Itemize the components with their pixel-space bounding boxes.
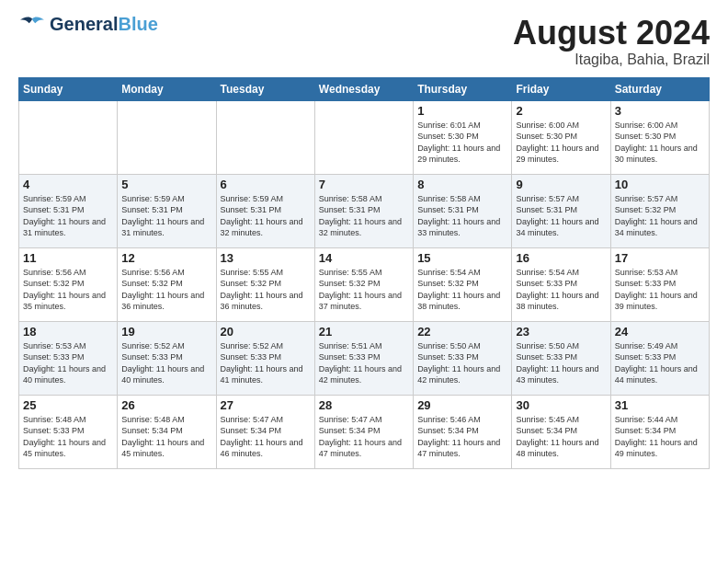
day-info: Sunrise: 6:00 AM Sunset: 5:30 PM Dayligh…	[516, 120, 606, 166]
day-info: Sunrise: 5:58 AM Sunset: 5:31 PM Dayligh…	[319, 193, 409, 239]
table-row: 10Sunrise: 5:57 AM Sunset: 5:32 PM Dayli…	[610, 174, 709, 247]
month-year-title: August 2024	[513, 15, 710, 52]
table-row	[19, 100, 118, 174]
day-number: 5	[121, 178, 211, 191]
table-row: 31Sunrise: 5:44 AM Sunset: 5:34 PM Dayli…	[610, 395, 709, 468]
day-info: Sunrise: 5:56 AM Sunset: 5:32 PM Dayligh…	[121, 267, 211, 313]
logo-general: General	[50, 14, 118, 34]
day-number: 23	[516, 325, 606, 339]
table-row: 25Sunrise: 5:48 AM Sunset: 5:33 PM Dayli…	[19, 395, 118, 468]
day-info: Sunrise: 5:44 AM Sunset: 5:34 PM Dayligh…	[615, 414, 705, 460]
col-tuesday: Tuesday	[216, 77, 314, 100]
day-info: Sunrise: 5:53 AM Sunset: 5:33 PM Dayligh…	[615, 267, 705, 313]
day-number: 2	[516, 104, 606, 118]
day-number: 3	[615, 104, 705, 118]
col-thursday: Thursday	[414, 77, 512, 100]
day-number: 12	[121, 251, 211, 265]
logo-text: GeneralBlue	[50, 15, 158, 33]
day-info: Sunrise: 5:56 AM Sunset: 5:32 PM Dayligh…	[23, 267, 113, 313]
day-info: Sunrise: 5:52 AM Sunset: 5:33 PM Dayligh…	[121, 340, 211, 386]
day-number: 4	[23, 178, 113, 191]
table-row: 27Sunrise: 5:47 AM Sunset: 5:34 PM Dayli…	[216, 395, 314, 468]
table-row: 20Sunrise: 5:52 AM Sunset: 5:33 PM Dayli…	[216, 321, 314, 395]
day-number: 14	[319, 251, 409, 265]
table-row: 6Sunrise: 5:59 AM Sunset: 5:31 PM Daylig…	[216, 174, 314, 247]
table-row: 17Sunrise: 5:53 AM Sunset: 5:33 PM Dayli…	[610, 247, 709, 321]
day-info: Sunrise: 5:45 AM Sunset: 5:34 PM Dayligh…	[516, 414, 606, 460]
header: GeneralBlue August 2024 Itagiba, Bahia, …	[18, 15, 710, 68]
day-number: 11	[23, 251, 113, 265]
day-info: Sunrise: 5:59 AM Sunset: 5:31 PM Dayligh…	[221, 193, 311, 239]
col-saturday: Saturday	[610, 77, 709, 100]
title-area: August 2024 Itagiba, Bahia, Brazil	[513, 15, 710, 68]
calendar-week-row: 25Sunrise: 5:48 AM Sunset: 5:33 PM Dayli…	[19, 395, 710, 468]
day-number: 9	[516, 178, 606, 191]
day-info: Sunrise: 5:50 AM Sunset: 5:33 PM Dayligh…	[516, 340, 606, 386]
table-row: 24Sunrise: 5:49 AM Sunset: 5:33 PM Dayli…	[610, 321, 709, 395]
table-row	[314, 100, 413, 174]
table-row: 28Sunrise: 5:47 AM Sunset: 5:34 PM Dayli…	[314, 395, 413, 468]
day-info: Sunrise: 5:47 AM Sunset: 5:34 PM Dayligh…	[221, 414, 311, 460]
day-number: 28	[319, 398, 409, 412]
day-info: Sunrise: 5:58 AM Sunset: 5:31 PM Dayligh…	[417, 193, 507, 239]
page: GeneralBlue August 2024 Itagiba, Bahia, …	[0, 0, 728, 563]
day-number: 26	[121, 398, 211, 412]
day-number: 25	[23, 398, 113, 412]
table-row: 9Sunrise: 5:57 AM Sunset: 5:31 PM Daylig…	[512, 174, 610, 247]
day-number: 16	[516, 251, 606, 265]
day-info: Sunrise: 5:59 AM Sunset: 5:31 PM Dayligh…	[23, 193, 113, 239]
day-number: 24	[615, 325, 705, 339]
table-row: 8Sunrise: 5:58 AM Sunset: 5:31 PM Daylig…	[414, 174, 512, 247]
day-info: Sunrise: 5:51 AM Sunset: 5:33 PM Dayligh…	[319, 340, 409, 386]
day-info: Sunrise: 6:01 AM Sunset: 5:30 PM Dayligh…	[417, 120, 507, 166]
logo-bird-icon	[18, 16, 46, 32]
day-number: 7	[319, 178, 409, 191]
day-number: 6	[221, 178, 311, 191]
table-row: 22Sunrise: 5:50 AM Sunset: 5:33 PM Dayli…	[414, 321, 512, 395]
table-row: 1Sunrise: 6:01 AM Sunset: 5:30 PM Daylig…	[414, 100, 512, 174]
table-row: 30Sunrise: 5:45 AM Sunset: 5:34 PM Dayli…	[512, 395, 610, 468]
calendar-week-row: 1Sunrise: 6:01 AM Sunset: 5:30 PM Daylig…	[19, 100, 710, 174]
col-monday: Monday	[118, 77, 216, 100]
table-row: 3Sunrise: 6:00 AM Sunset: 5:30 PM Daylig…	[610, 100, 709, 174]
table-row: 13Sunrise: 5:55 AM Sunset: 5:32 PM Dayli…	[216, 247, 314, 321]
table-row: 29Sunrise: 5:46 AM Sunset: 5:34 PM Dayli…	[414, 395, 512, 468]
day-number: 27	[221, 398, 311, 412]
table-row: 19Sunrise: 5:52 AM Sunset: 5:33 PM Dayli…	[118, 321, 216, 395]
calendar-table: Sunday Monday Tuesday Wednesday Thursday…	[18, 77, 710, 469]
col-wednesday: Wednesday	[314, 77, 413, 100]
day-number: 8	[417, 178, 507, 191]
day-number: 20	[221, 325, 311, 339]
day-number: 15	[417, 251, 507, 265]
calendar-week-row: 18Sunrise: 5:53 AM Sunset: 5:33 PM Dayli…	[19, 321, 710, 395]
table-row: 15Sunrise: 5:54 AM Sunset: 5:32 PM Dayli…	[414, 247, 512, 321]
day-number: 1	[417, 104, 507, 118]
day-info: Sunrise: 5:55 AM Sunset: 5:32 PM Dayligh…	[319, 267, 409, 313]
day-info: Sunrise: 5:48 AM Sunset: 5:34 PM Dayligh…	[121, 414, 211, 460]
col-sunday: Sunday	[19, 77, 118, 100]
table-row: 16Sunrise: 5:54 AM Sunset: 5:33 PM Dayli…	[512, 247, 610, 321]
table-row: 23Sunrise: 5:50 AM Sunset: 5:33 PM Dayli…	[512, 321, 610, 395]
day-info: Sunrise: 5:53 AM Sunset: 5:33 PM Dayligh…	[23, 340, 113, 386]
table-row: 5Sunrise: 5:59 AM Sunset: 5:31 PM Daylig…	[118, 174, 216, 247]
table-row: 21Sunrise: 5:51 AM Sunset: 5:33 PM Dayli…	[314, 321, 413, 395]
day-info: Sunrise: 5:57 AM Sunset: 5:32 PM Dayligh…	[615, 193, 705, 239]
day-number: 13	[221, 251, 311, 265]
day-number: 19	[121, 325, 211, 339]
day-number: 18	[23, 325, 113, 339]
day-info: Sunrise: 5:59 AM Sunset: 5:31 PM Dayligh…	[121, 193, 211, 239]
table-row: 2Sunrise: 6:00 AM Sunset: 5:30 PM Daylig…	[512, 100, 610, 174]
day-info: Sunrise: 5:47 AM Sunset: 5:34 PM Dayligh…	[319, 414, 409, 460]
day-info: Sunrise: 5:52 AM Sunset: 5:33 PM Dayligh…	[221, 340, 311, 386]
day-number: 10	[615, 178, 705, 191]
day-info: Sunrise: 5:55 AM Sunset: 5:32 PM Dayligh…	[221, 267, 311, 313]
day-number: 31	[615, 398, 705, 412]
day-info: Sunrise: 5:54 AM Sunset: 5:32 PM Dayligh…	[417, 267, 507, 313]
day-number: 22	[417, 325, 507, 339]
logo-blue: Blue	[118, 14, 157, 34]
day-info: Sunrise: 5:49 AM Sunset: 5:33 PM Dayligh…	[615, 340, 705, 386]
day-info: Sunrise: 5:48 AM Sunset: 5:33 PM Dayligh…	[23, 414, 113, 460]
day-info: Sunrise: 5:54 AM Sunset: 5:33 PM Dayligh…	[516, 267, 606, 313]
table-row	[216, 100, 314, 174]
table-row	[118, 100, 216, 174]
